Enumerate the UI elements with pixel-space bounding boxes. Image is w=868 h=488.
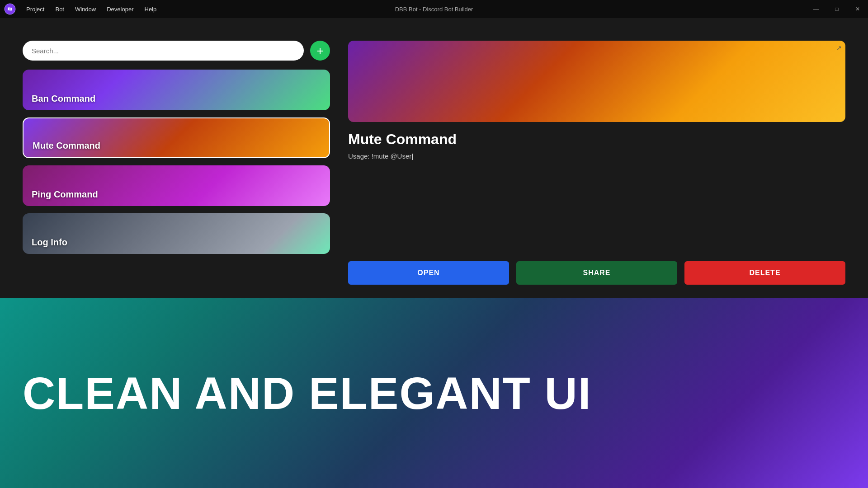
detail-actions: OPEN SHARE DELETE bbox=[348, 261, 845, 285]
detail-usage: Usage: !mute @User bbox=[348, 152, 845, 160]
share-button[interactable]: SHARE bbox=[516, 261, 677, 285]
command-card-log[interactable]: Log Info bbox=[23, 213, 330, 254]
search-input[interactable] bbox=[23, 41, 304, 61]
open-button[interactable]: OPEN bbox=[348, 261, 509, 285]
detail-banner: ↗ bbox=[348, 41, 845, 122]
command-card-ban[interactable]: Ban Command bbox=[23, 70, 330, 110]
menu-project[interactable]: Project bbox=[22, 4, 49, 14]
titlebar-left: Project Bot Window Developer Help bbox=[4, 3, 161, 15]
titlebar: Project Bot Window Developer Help DBB Bo… bbox=[0, 0, 868, 18]
command-card-ping[interactable]: Ping Command bbox=[23, 165, 330, 206]
search-row: + bbox=[23, 41, 330, 61]
usage-label: Usage: bbox=[348, 152, 370, 160]
command-list-panel: + Ban Command Mute Command Ping Command … bbox=[23, 41, 330, 285]
main-content: + Ban Command Mute Command Ping Command … bbox=[0, 18, 868, 488]
menu-bar: Project Bot Window Developer Help bbox=[22, 4, 161, 14]
app-title: DBB Bot - Discord Bot Builder bbox=[395, 6, 473, 13]
promo-banner: CLEAN AND ELEGANT UI bbox=[0, 298, 868, 488]
command-card-label-ping: Ping Command bbox=[32, 189, 98, 200]
detail-panel: ↗ Mute Command Usage: !mute @User OPEN S… bbox=[348, 41, 845, 285]
svg-point-1 bbox=[8, 8, 9, 10]
plus-icon: + bbox=[316, 44, 323, 58]
delete-button[interactable]: DELETE bbox=[684, 261, 845, 285]
command-card-mute[interactable]: Mute Command bbox=[23, 117, 330, 158]
top-section: + Ban Command Mute Command Ping Command … bbox=[0, 18, 868, 298]
usage-text: !mute @User bbox=[372, 152, 412, 160]
menu-developer[interactable]: Developer bbox=[102, 4, 138, 14]
svg-point-2 bbox=[10, 8, 12, 10]
text-cursor bbox=[412, 154, 413, 160]
close-button[interactable]: ✕ bbox=[847, 0, 868, 18]
window-controls: — □ ✕ bbox=[806, 0, 868, 18]
detail-title: Mute Command bbox=[348, 131, 845, 148]
app-logo bbox=[4, 3, 16, 15]
resize-indicator: ↗ bbox=[836, 44, 842, 52]
promo-text: CLEAN AND ELEGANT UI bbox=[23, 371, 592, 416]
menu-window[interactable]: Window bbox=[71, 4, 100, 14]
maximize-button[interactable]: □ bbox=[826, 0, 847, 18]
command-card-label-mute: Mute Command bbox=[33, 141, 100, 151]
detail-spacer bbox=[348, 162, 845, 252]
command-card-label-log: Log Info bbox=[32, 237, 67, 248]
menu-bot[interactable]: Bot bbox=[51, 4, 69, 14]
minimize-button[interactable]: — bbox=[806, 0, 826, 18]
command-card-label-ban: Ban Command bbox=[32, 94, 95, 104]
menu-help[interactable]: Help bbox=[140, 4, 161, 14]
add-command-button[interactable]: + bbox=[310, 41, 330, 61]
